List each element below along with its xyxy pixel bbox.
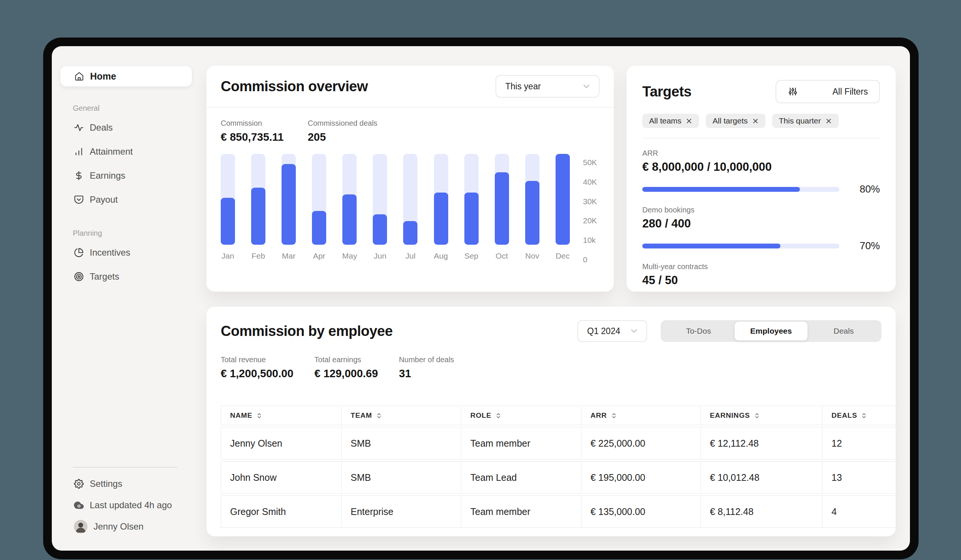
sidebar-item-label: Earnings xyxy=(90,170,125,181)
sidebar-item-home[interactable]: Home xyxy=(60,66,192,87)
column-header[interactable]: ARR xyxy=(581,406,701,425)
y-axis-tick: 0 xyxy=(583,255,597,264)
tab[interactable]: To-Dos xyxy=(662,322,734,340)
cell-arr: € 225,000.00 xyxy=(581,427,701,459)
last-updated-status[interactable]: Last updated 4h ago xyxy=(60,494,192,516)
sidebar-item-deals[interactable]: Deals xyxy=(60,116,192,140)
commission-bar-chart: Jan Feb xyxy=(221,154,570,260)
targets-title: Targets xyxy=(642,84,691,100)
goal-row: Multi-year contracts 45 / 50 90% xyxy=(627,252,896,292)
column-header[interactable]: DEALS xyxy=(822,406,896,425)
all-filters-button[interactable]: All Filters xyxy=(776,80,880,103)
commission-overview-header: Commission overview This year xyxy=(206,66,614,108)
commission-by-employee-card: Commission by employee Q1 2024 To-Dos Em… xyxy=(206,306,896,536)
sliders-icon xyxy=(787,86,798,97)
stat-value: € 850,735.11 xyxy=(221,131,284,143)
bar-fill xyxy=(495,172,509,245)
commission-overview-card: Commission overview This year Commission… xyxy=(206,66,614,292)
bar-slot: Nov xyxy=(525,154,540,260)
sidebar-item-payout[interactable]: Payout xyxy=(60,188,192,212)
bar-track xyxy=(221,154,235,245)
main-content: Commission overview This year Commission… xyxy=(206,66,896,550)
column-header[interactable]: ROLE xyxy=(461,406,581,425)
sidebar-item-label: Incentives xyxy=(90,247,130,258)
progress-bar-track xyxy=(642,187,839,192)
stat-block: Total revenue € 1,200,500.00 xyxy=(221,355,294,380)
filter-chip[interactable]: All teams xyxy=(642,114,699,128)
sidebar-item-targets[interactable]: Targets xyxy=(60,265,192,289)
pie-chart-icon xyxy=(74,248,84,257)
column-header-label: ARR xyxy=(590,411,607,420)
home-icon xyxy=(74,71,84,81)
table-row[interactable]: John Snow SMB Team Lead € 195,000.00 € 1… xyxy=(221,461,896,494)
sidebar-item-earnings[interactable]: Earnings xyxy=(60,164,192,188)
employee-stats: Total revenue € 1,200,500.00 Total earni… xyxy=(206,342,896,380)
bar-track xyxy=(403,154,418,245)
bar-track xyxy=(373,154,387,245)
sidebar-item-attainment[interactable]: Attainment xyxy=(60,140,192,164)
close-icon[interactable] xyxy=(826,118,832,124)
user-menu[interactable]: Jenny Olsen xyxy=(60,516,192,537)
targets-card: Targets All Filters All teams xyxy=(627,66,896,292)
cell-role: Team Lead xyxy=(461,461,581,494)
filter-chip[interactable]: This quarter xyxy=(772,114,839,128)
column-header-label: DEALS xyxy=(831,411,857,420)
settings-button[interactable]: Settings xyxy=(60,473,192,494)
table-header-row: NAME TEAM xyxy=(221,406,896,425)
tab[interactable]: Employees xyxy=(734,322,807,340)
x-axis-tick: Apr xyxy=(313,252,325,260)
target-icon xyxy=(74,272,84,281)
bar-fill xyxy=(373,214,387,245)
column-header[interactable]: NAME xyxy=(221,406,341,425)
stat-block: Total earnings € 129,000.69 xyxy=(315,355,378,380)
stat-block: Commission € 850,735.11 xyxy=(221,119,284,143)
column-header-label: ROLE xyxy=(470,411,492,420)
close-icon[interactable] xyxy=(752,118,759,124)
close-icon[interactable] xyxy=(686,118,692,124)
bar-slot: Oct xyxy=(495,154,509,260)
x-axis-tick: Jan xyxy=(222,252,234,260)
y-axis-tick: 20K xyxy=(583,216,597,225)
goal-percent-label: 70% xyxy=(848,240,880,252)
gear-icon xyxy=(74,479,84,489)
x-axis-tick: Jul xyxy=(405,252,416,260)
table-row[interactable]: Gregor Smith Enterprise Team member € 13… xyxy=(221,496,896,528)
period-select-quarter[interactable]: Q1 2024 xyxy=(577,320,647,342)
bar-slot: Apr xyxy=(312,154,326,260)
x-axis-tick: Sep xyxy=(464,252,478,260)
sort-icon xyxy=(861,412,867,419)
x-axis-tick: Nov xyxy=(525,252,539,260)
y-axis-tick: 40K xyxy=(583,178,597,186)
goal-label: Multi-year contracts xyxy=(642,262,880,271)
column-header[interactable]: EARNINGS xyxy=(701,406,822,425)
sidebar-item-incentives[interactable]: Incentives xyxy=(60,241,192,265)
stat-label: Total earnings xyxy=(315,355,378,364)
goal-percent-label: 80% xyxy=(848,183,880,195)
bar-chart-bars: Jan Feb xyxy=(221,154,570,260)
stat-value: 31 xyxy=(399,367,454,380)
column-header-label: EARNINGS xyxy=(710,411,750,420)
commission-by-employee-title: Commission by employee xyxy=(221,323,577,339)
stat-block: Commissioned deals 205 xyxy=(308,119,378,143)
cell-earnings: € 8,112.48 xyxy=(701,496,822,528)
cell-name: Jenny Olsen xyxy=(221,427,341,459)
tab[interactable]: Deals xyxy=(807,322,880,340)
progress-bar-track xyxy=(642,244,839,249)
table-row[interactable]: Jenny Olsen SMB Team member € 225,000.00… xyxy=(221,427,896,459)
period-select-this-year[interactable]: This year xyxy=(495,75,599,98)
bar-fill xyxy=(251,188,265,245)
sidebar-section-general: General xyxy=(73,104,192,112)
sort-icon xyxy=(754,412,760,419)
sidebar-item-label: Payout xyxy=(90,194,118,205)
cell-arr: € 195,000.00 xyxy=(581,461,701,494)
chevron-down-icon xyxy=(582,82,591,91)
y-axis-tick: 10k xyxy=(583,236,597,245)
column-header[interactable]: TEAM xyxy=(341,406,461,425)
x-axis-tick: Aug xyxy=(434,252,448,260)
sort-icon xyxy=(256,412,262,419)
bar-slot: Mar xyxy=(281,154,296,260)
view-tabs: To-Dos Employees Deals xyxy=(660,320,881,342)
filter-chip[interactable]: All targets xyxy=(706,114,765,128)
pocket-icon xyxy=(74,195,84,205)
cell-deals: 4 xyxy=(822,496,896,528)
